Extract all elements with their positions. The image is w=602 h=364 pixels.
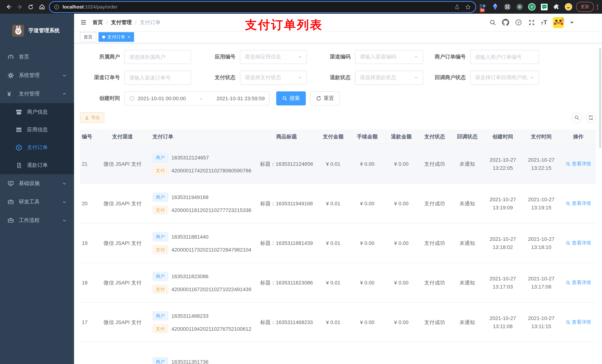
profile-emoji-avatar[interactable] (565, 3, 572, 11)
merchant-tag: 商户 (152, 311, 168, 320)
sidebar-item-workflow[interactable]: 工作流程 (0, 211, 74, 230)
view-detail-link[interactable]: 查看详情 (566, 239, 591, 247)
sidebar-item-refund-order[interactable]: 退款订单 (0, 156, 74, 174)
extension-badge: 10 (480, 9, 485, 12)
cell-pay-time: 2021-10-2713:11:15 (522, 314, 560, 330)
cell-create-time: 2021-10-2713:22:05 (484, 156, 522, 172)
view-detail-link[interactable]: 查看详情 (566, 279, 591, 287)
merchant-order-no: 1635311468233 (172, 312, 208, 320)
browser-menu-icon[interactable] (597, 4, 598, 10)
app-select[interactable]: 请选择应用信息 (240, 50, 307, 64)
search-icon (566, 241, 570, 245)
cell-pay-time: 2021-10-2713:17:08 (522, 274, 560, 291)
pay-order-no: 4200001167202110271022491439 (172, 285, 251, 293)
merchant-order-no: 1635311823086 (172, 272, 208, 280)
cell-title: 标题：1635311949168 (257, 199, 316, 208)
cell-channel: 微信 JSAPI 支付 (96, 318, 150, 326)
notify-status-select[interactable]: 请选择订单回调商户状态 (470, 71, 539, 85)
cell-refund: ¥ 0.00 (384, 199, 418, 208)
avatar-caret-down-icon[interactable] (570, 19, 574, 26)
sidebar-item-home[interactable]: 首页 (0, 48, 74, 66)
tag-home[interactable]: 首页 (80, 32, 96, 42)
view-detail-link[interactable]: 查看详情 (566, 199, 591, 208)
breadcrumb-home[interactable]: 首页 (93, 19, 103, 26)
chevron-down-icon (414, 75, 418, 80)
search-icon (566, 280, 570, 285)
site-info-icon[interactable] (54, 4, 59, 10)
browser-forward-button[interactable] (14, 1, 25, 12)
sidebar-item-merchant-info[interactable]: 商户信息 (0, 103, 74, 121)
reset-button[interactable]: 重置 (310, 91, 340, 105)
cell-refund: ¥ 0.00 (384, 239, 418, 247)
cell-notify-status: 未通知 (451, 318, 484, 326)
refresh-table-button[interactable] (586, 113, 596, 123)
logo-bunny-icon (12, 25, 24, 37)
cell-action: 查看详情 (560, 239, 596, 247)
cell-title: 标题：1635312124656 (257, 160, 316, 168)
svg-text:¥: ¥ (18, 146, 20, 149)
extension-icon-y-green[interactable]: Y (528, 3, 536, 11)
sidebar-item-pay-order[interactable]: ¥ 支付订单 (0, 139, 74, 156)
sidebar-item-payment[interactable]: ¥ 支付管理 (0, 85, 74, 103)
browser-back-button[interactable] (3, 1, 14, 12)
extension-icon-balloon[interactable] (491, 3, 499, 11)
merchant-select-input[interactable] (124, 50, 191, 64)
extension-icon-tampermonkey[interactable]: 10 (479, 3, 487, 11)
merchant-tag: 商户 (152, 232, 168, 241)
merchant-order-no-input[interactable] (470, 50, 539, 64)
cell-amount: ¥ 0.01 (316, 318, 350, 326)
view-detail-link[interactable]: 查看详情 (566, 318, 591, 326)
order-table: 编号 支付渠道 支付订单 商品标题 支付金额 手续金额 退款金额 支付状态 回调… (80, 129, 596, 364)
search-icon (574, 115, 580, 120)
cell-fee: ¥ 0.00 (350, 318, 384, 326)
extension-icon-recorder[interactable] (516, 3, 524, 11)
cell-pay-status: 支付成功 (418, 318, 451, 326)
cell-order: 商户 1635311468233 支付 42000011942021102767… (150, 311, 257, 333)
merchant-order-no: 1635311949168 (172, 193, 208, 201)
help-icon[interactable]: ? (515, 19, 522, 26)
github-icon[interactable] (502, 19, 509, 26)
chevron-down-icon (414, 55, 418, 59)
app-logo[interactable]: 芋道管理系统 (0, 14, 74, 48)
tag-pay-order[interactable]: 支付订单 × (98, 32, 134, 42)
export-button[interactable]: 导出 (80, 113, 104, 123)
sidebar-item-app-info[interactable]: 应用信息 (0, 121, 74, 139)
shop-icon (16, 109, 22, 115)
active-dot (102, 35, 105, 39)
channel-code-select[interactable]: 请输入渠道编码 (355, 50, 423, 64)
cell-action: 查看详情 (560, 199, 596, 208)
sidebar-item-dev-tools[interactable]: 研发工具 (0, 193, 74, 211)
sidebar-item-system[interactable]: 系统管理 (0, 66, 74, 85)
address-bar[interactable]: localhost:1024/pay/order (50, 2, 475, 12)
sidebar-item-infrastructure[interactable]: 基础设施 (0, 174, 74, 193)
tag-close-icon[interactable]: × (128, 35, 130, 39)
merchant-tag: 商户 (152, 153, 168, 162)
channel-order-no-input[interactable] (124, 71, 191, 85)
toggle-search-button[interactable] (572, 113, 582, 123)
header-search-icon[interactable] (489, 19, 496, 26)
page-scrollbar[interactable] (599, 48, 601, 148)
browser-home-button[interactable] (36, 1, 47, 12)
extensions-puzzle-icon[interactable] (552, 3, 560, 11)
sidebar-fold-icon[interactable] (77, 16, 90, 29)
breadcrumb-pay-mgmt[interactable]: 支付管理 (111, 19, 132, 26)
extension-icon-command[interactable] (504, 3, 511, 11)
browser-update-button[interactable]: 更新 (576, 2, 594, 12)
fullscreen-icon[interactable] (528, 19, 535, 26)
view-detail-link[interactable]: 查看详情 (566, 160, 591, 168)
cell-order: 商户 1635311881440 支付 42000011732021102728… (150, 232, 257, 254)
browser-reload-button[interactable] (25, 1, 36, 12)
share-icon[interactable] (454, 4, 460, 10)
table-row: 21 微信 JSAPI 支付 商户 1635312124657 支付 42000… (80, 144, 596, 184)
pay-status-select[interactable]: 请选择支付状态 (240, 71, 307, 85)
font-size-icon[interactable]: TT (541, 19, 547, 26)
sidebar-item-label: 支付管理 (19, 91, 40, 97)
create-time-range-picker[interactable]: 2021-10-01 00:00:00 - 2021-10-31 23:59:5… (124, 91, 269, 105)
search-button[interactable]: 搜索 (276, 91, 306, 105)
filter-label-merchant-order-no: 商户订单编号 (423, 54, 470, 60)
extension-icon-chat[interactable] (540, 3, 548, 11)
bookmark-star-icon[interactable] (465, 4, 471, 10)
sidebar: 芋道管理系统 首页 系统管理 ¥ 支付管理 (0, 14, 74, 364)
user-avatar[interactable] (553, 17, 564, 28)
refund-status-select[interactable]: 请选择退款状态 (355, 71, 423, 85)
